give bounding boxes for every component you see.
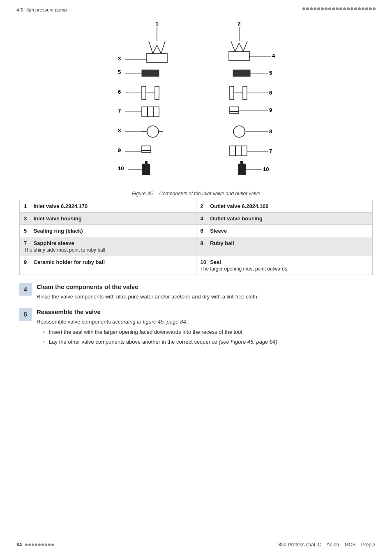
component-label: Ruby ball bbox=[210, 240, 234, 246]
svg-rect-21 bbox=[230, 86, 234, 99]
header-dot bbox=[339, 7, 342, 10]
component-num: 2 bbox=[201, 203, 209, 209]
component-num: 10 bbox=[201, 259, 209, 265]
step-bullet: Insert the seal with the larger opening … bbox=[43, 328, 373, 336]
svg-rect-56 bbox=[238, 164, 246, 175]
svg-text:8: 8 bbox=[118, 127, 121, 134]
header-dot bbox=[332, 7, 335, 10]
header-dot bbox=[343, 7, 346, 10]
svg-text:5: 5 bbox=[269, 70, 272, 76]
svg-rect-18 bbox=[142, 86, 146, 99]
figure-number: Figure 45 bbox=[132, 191, 153, 197]
svg-text:2: 2 bbox=[238, 21, 240, 27]
figure-container: 1 2 3 4 5 5 6 bbox=[0, 16, 392, 197]
header-dot bbox=[325, 7, 327, 10]
svg-rect-19 bbox=[155, 86, 159, 99]
svg-text:7: 7 bbox=[118, 108, 121, 114]
header-dot bbox=[347, 7, 350, 10]
header-section: 4.5 High pressure pump bbox=[16, 7, 67, 12]
component-num: 1 bbox=[24, 203, 32, 209]
svg-rect-45 bbox=[142, 146, 151, 150]
component-sublabel: The larger opening must point outwards. bbox=[201, 266, 369, 272]
svg-rect-48 bbox=[235, 146, 241, 156]
step-content: Clean the components of the valveRinse t… bbox=[37, 283, 373, 301]
component-label: Inlet valve housing bbox=[34, 215, 82, 222]
table-cell-right: 4 Outlet valve housing bbox=[196, 213, 373, 225]
step-body: Reassemble valve components according to… bbox=[37, 318, 373, 346]
svg-rect-7 bbox=[229, 51, 249, 60]
table-cell-right: 6 Sleeve bbox=[196, 225, 373, 237]
valve-diagram: 1 2 3 4 5 5 6 bbox=[81, 16, 311, 189]
header-dot bbox=[369, 7, 372, 10]
figure-caption-text: Components of the inlet valve and outlet… bbox=[159, 191, 260, 197]
component-sublabel: The shiny side must point to ruby ball. bbox=[24, 247, 192, 253]
svg-text:3: 3 bbox=[118, 56, 121, 62]
svg-rect-4 bbox=[147, 53, 167, 62]
svg-rect-28 bbox=[142, 107, 148, 117]
svg-point-40 bbox=[233, 126, 245, 137]
svg-rect-47 bbox=[230, 146, 235, 156]
svg-text:8: 8 bbox=[269, 128, 272, 134]
header-dot bbox=[350, 7, 353, 10]
svg-rect-32 bbox=[230, 111, 239, 113]
svg-text:4: 4 bbox=[272, 53, 275, 59]
svg-text:6: 6 bbox=[269, 90, 272, 96]
header-dot bbox=[302, 7, 305, 10]
svg-text:9: 9 bbox=[269, 107, 272, 113]
svg-rect-54 bbox=[142, 164, 150, 175]
header-dot bbox=[314, 7, 316, 10]
svg-text:6: 6 bbox=[118, 89, 121, 95]
header-dot bbox=[354, 7, 357, 10]
svg-rect-30 bbox=[153, 107, 159, 117]
table-row: 1 Inlet valve 6.2824.170 2 Outlet valve … bbox=[20, 200, 373, 213]
component-label: Seal bbox=[210, 259, 221, 265]
table-cell-left: 1 Inlet valve 6.2824.170 bbox=[20, 200, 196, 213]
step-number: 4 bbox=[19, 283, 32, 296]
component-num: 4 bbox=[201, 215, 209, 222]
step-body: Rinse the valve components with ultra pu… bbox=[37, 293, 373, 301]
page-number: 84 bbox=[16, 542, 22, 548]
svg-rect-29 bbox=[148, 107, 153, 117]
step-title: Reassemble the valve bbox=[37, 308, 373, 315]
component-label: Sleeve bbox=[210, 228, 227, 234]
header-dot bbox=[306, 7, 309, 10]
header-dot bbox=[358, 7, 361, 10]
footer-left: 84 bbox=[16, 542, 54, 548]
header-dot bbox=[336, 7, 339, 10]
page-footer: 84 850 Professional IC – Anion – MCS – P… bbox=[0, 542, 392, 548]
table-cell-left: 3 Inlet valve housing bbox=[20, 213, 196, 225]
table-cell-right: 8 Ruby ball bbox=[196, 237, 373, 256]
svg-text:5: 5 bbox=[118, 69, 121, 75]
header-dot bbox=[317, 7, 320, 10]
component-num: 6 bbox=[201, 228, 209, 234]
svg-rect-31 bbox=[230, 107, 239, 111]
steps-container: 4Clean the components of the valveRinse … bbox=[19, 283, 373, 347]
figure-caption: Figure 45 Components of the inlet valve … bbox=[132, 191, 260, 197]
table-row: 9 Ceramic holder for ruby ball 10 Seal T… bbox=[20, 256, 373, 275]
table-cell-right: 2 Outlet valve 6.2824.160 bbox=[196, 200, 373, 213]
step-title: Clean the components of the valve bbox=[37, 283, 373, 290]
table-cell-left: 9 Ceramic holder for ruby ball bbox=[20, 256, 196, 275]
page-header: 4.5 High pressure pump bbox=[0, 0, 392, 12]
header-dot bbox=[328, 7, 331, 10]
table-cell-left: 5 Sealing ring (black) bbox=[20, 225, 196, 237]
table-row: 7 Sapphire sleeve The shiny side must po… bbox=[20, 237, 373, 256]
header-dot bbox=[362, 7, 364, 10]
table-row: 5 Sealing ring (black) 6 Sleeve bbox=[20, 225, 373, 237]
components-table: 1 Inlet valve 6.2824.170 2 Outlet valve … bbox=[19, 200, 373, 275]
step-content: Reassemble the valveReassemble valve com… bbox=[37, 308, 373, 348]
component-label: Sealing ring (black) bbox=[34, 228, 83, 234]
table-cell-left: 7 Sapphire sleeve The shiny side must po… bbox=[20, 237, 196, 256]
header-dot bbox=[321, 7, 324, 10]
component-label: Inlet valve 6.2824.170 bbox=[34, 203, 88, 209]
component-label: Outlet valve housing bbox=[210, 215, 263, 222]
component-label: Outlet valve 6.2824.160 bbox=[210, 203, 268, 209]
step-bullet: Lay the other valve components above ano… bbox=[43, 338, 373, 346]
component-num: 5 bbox=[24, 228, 32, 234]
step-bullets: Insert the seal with the larger opening … bbox=[43, 328, 373, 346]
svg-rect-12 bbox=[142, 70, 159, 76]
table-cell-right: 10 Seal The larger opening must point ou… bbox=[196, 256, 373, 275]
component-num: 9 bbox=[24, 259, 32, 265]
svg-rect-22 bbox=[243, 86, 247, 99]
component-label: Ceramic holder for ruby ball bbox=[34, 259, 105, 265]
